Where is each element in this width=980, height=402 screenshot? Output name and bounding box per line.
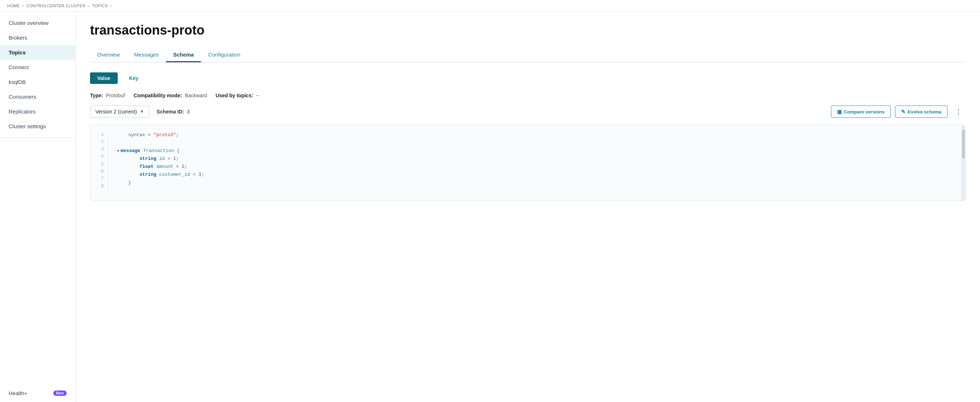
main-layout: Cluster overview Brokers Topics Connect … bbox=[0, 12, 980, 402]
evolve-schema-button[interactable]: ✎ Evolve schema bbox=[895, 105, 948, 118]
evolve-schema-label: Evolve schema bbox=[908, 109, 942, 115]
code-line-6: string customer_id = 3; bbox=[117, 171, 956, 179]
version-select-dropdown[interactable]: Version 2 (current) ▼ bbox=[90, 105, 150, 118]
sidebar-item-cluster-overview[interactable]: Cluster overview bbox=[0, 16, 75, 30]
sidebar-label-brokers: Brokers bbox=[9, 35, 27, 41]
version-right: ▦ Compare versions ✎ Evolve schema ⋮ bbox=[831, 105, 966, 118]
tab-configuration[interactable]: Configuration bbox=[201, 48, 247, 62]
type-label: Type: Protobuf bbox=[90, 93, 125, 98]
sidebar-label-connect: Connect bbox=[9, 64, 29, 70]
compare-versions-button[interactable]: ▦ Compare versions bbox=[831, 105, 891, 118]
tab-overview-label: Overview bbox=[97, 51, 120, 57]
type-label-text: Type: bbox=[90, 93, 103, 98]
sidebar-item-topics[interactable]: Topics bbox=[0, 45, 75, 60]
key-toggle-button[interactable]: Key bbox=[122, 72, 146, 84]
sidebar-label-ksqldb: ksqlDB bbox=[9, 79, 26, 85]
page-title: transactions-proto bbox=[90, 23, 966, 38]
collapse-arrow-icon[interactable]: ▼ bbox=[117, 149, 119, 153]
used-value: -- bbox=[256, 93, 259, 98]
ellipsis-icon: ⋮ bbox=[955, 108, 963, 116]
schema-id-value: 3 bbox=[187, 109, 190, 115]
code-line-8 bbox=[117, 187, 956, 195]
more-options-button[interactable]: ⋮ bbox=[952, 106, 966, 117]
used-label-text: Used by topics: bbox=[216, 93, 253, 98]
line-num-7: 7 bbox=[95, 175, 104, 182]
chevron-down-icon: ▼ bbox=[140, 109, 144, 114]
main-content: transactions-proto Overview Messages Sch… bbox=[76, 12, 980, 402]
tab-overview[interactable]: Overview bbox=[90, 48, 127, 62]
code-line-5: float amount = 2; bbox=[117, 163, 956, 171]
breadcrumb-sep-3: > bbox=[110, 3, 112, 8]
type-value: Protobuf bbox=[106, 93, 125, 98]
used-label: Used by topics: -- bbox=[216, 93, 259, 98]
code-lines: syntax = "proto3"; ▼message Transaction … bbox=[108, 131, 965, 195]
tab-schema-label: Schema bbox=[173, 51, 194, 57]
line-num-8: 8 bbox=[95, 183, 104, 190]
code-line-3: ▼message Transaction { bbox=[117, 147, 956, 155]
sidebar-label-cluster-settings: Cluster settings bbox=[9, 123, 46, 129]
schema-meta: Type: Protobuf Compatibility mode: Backw… bbox=[90, 93, 966, 98]
edit-icon: ✎ bbox=[901, 109, 905, 115]
sidebar-label-replicators: Replicators bbox=[9, 108, 36, 115]
line-num-2: 2 bbox=[95, 138, 104, 145]
breadcrumb-home[interactable]: HOME bbox=[7, 3, 20, 8]
compat-label: Compatibility mode: Backward bbox=[134, 93, 207, 98]
sidebar-nav: Cluster overview Brokers Topics Connect … bbox=[0, 16, 75, 384]
compare-icon: ▦ bbox=[837, 109, 842, 115]
schema-id-text: Schema ID: 3 bbox=[157, 109, 190, 115]
code-content: 1 2 3 4 5 6 7 8 syntax = "proto3"; ▼mess… bbox=[91, 125, 965, 201]
sidebar-item-cluster-settings[interactable]: Cluster settings bbox=[0, 119, 75, 134]
sidebar-item-consumers[interactable]: Consumers bbox=[0, 89, 75, 104]
code-scrollbar-thumb[interactable] bbox=[962, 130, 965, 158]
value-toggle-button[interactable]: Value bbox=[90, 72, 118, 84]
version-row: Version 2 (current) ▼ Schema ID: 3 ▦ Com… bbox=[90, 105, 966, 118]
tab-messages[interactable]: Messages bbox=[127, 48, 166, 62]
line-num-1: 1 bbox=[95, 131, 104, 138]
line-num-4: 4 bbox=[95, 153, 104, 160]
code-line-4: string id = 1; bbox=[117, 155, 956, 163]
version-select-label: Version 2 (current) bbox=[95, 109, 137, 115]
toggle-group: Value Key bbox=[90, 72, 966, 84]
code-line-1: syntax = "proto3"; bbox=[117, 131, 956, 139]
sidebar-item-ksqldb[interactable]: ksqlDB bbox=[0, 75, 75, 89]
code-line-7: } bbox=[117, 179, 956, 187]
tab-configuration-label: Configuration bbox=[208, 51, 240, 57]
tabs-container: Overview Messages Schema Configuration bbox=[90, 48, 966, 62]
sidebar-label-consumers: Consumers bbox=[9, 94, 37, 100]
sidebar-item-brokers[interactable]: Brokers bbox=[0, 30, 75, 45]
code-editor: 1 2 3 4 5 6 7 8 syntax = "proto3"; ▼mess… bbox=[90, 125, 966, 201]
breadcrumb-topics[interactable]: TOPICS bbox=[92, 3, 108, 8]
sidebar-bottom: Health+ New bbox=[0, 384, 75, 402]
breadcrumb-sep-2: > bbox=[88, 3, 90, 8]
sidebar-item-connect[interactable]: Connect bbox=[0, 60, 75, 75]
line-num-6: 6 bbox=[95, 168, 104, 175]
sidebar: Cluster overview Brokers Topics Connect … bbox=[0, 12, 76, 402]
sidebar-label-cluster-overview: Cluster overview bbox=[9, 20, 49, 26]
health-plus-label: Health+ bbox=[9, 390, 27, 396]
line-numbers: 1 2 3 4 5 6 7 8 bbox=[91, 131, 108, 195]
app-container: HOME > CONTROLCENTER.CLUSTER > TOPICS > … bbox=[0, 0, 980, 402]
version-left: Version 2 (current) ▼ Schema ID: 3 bbox=[90, 105, 190, 118]
tab-schema[interactable]: Schema bbox=[166, 48, 201, 62]
compare-versions-label: Compare versions bbox=[844, 109, 885, 115]
sidebar-item-replicators[interactable]: Replicators bbox=[0, 104, 75, 119]
compat-value: Backward bbox=[185, 93, 207, 98]
sidebar-label-topics: Topics bbox=[9, 49, 25, 56]
line-num-3: 3 bbox=[95, 146, 104, 153]
new-badge: New bbox=[53, 391, 67, 396]
line-num-5: 5 bbox=[95, 161, 104, 168]
breadcrumb-bar: HOME > CONTROLCENTER.CLUSTER > TOPICS > bbox=[0, 0, 980, 12]
code-scrollbar[interactable] bbox=[962, 125, 965, 201]
breadcrumb-cluster[interactable]: CONTROLCENTER.CLUSTER bbox=[26, 3, 85, 8]
tab-messages-label: Messages bbox=[134, 51, 159, 57]
compat-label-text: Compatibility mode: bbox=[134, 93, 182, 98]
breadcrumb-sep-1: > bbox=[22, 3, 24, 8]
code-line-2 bbox=[117, 139, 956, 147]
schema-id-label: Schema ID: bbox=[157, 109, 184, 115]
